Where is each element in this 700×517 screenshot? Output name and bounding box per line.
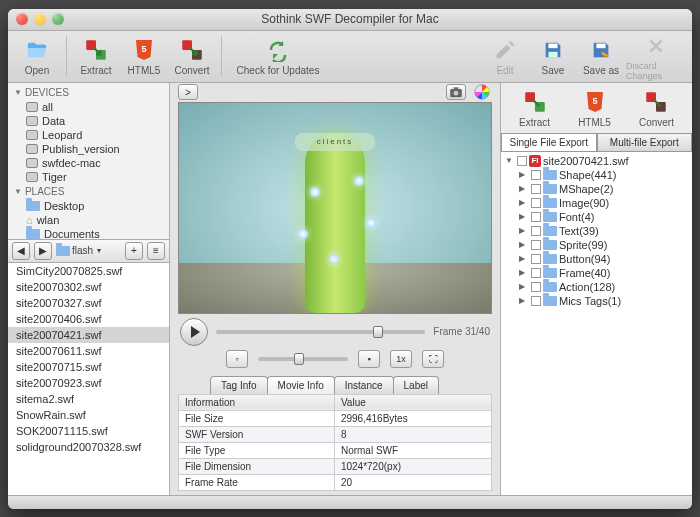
device-item[interactable]: Tiger [8, 170, 169, 184]
convert-icon [642, 88, 670, 116]
tab-label[interactable]: Label [393, 376, 439, 394]
folder-open-icon [23, 36, 51, 64]
home-icon: ⌂ [26, 214, 33, 226]
file-row[interactable]: site20070302.swf [8, 279, 169, 295]
tree-node[interactable]: ▶Frame(40) [517, 266, 690, 280]
file-row[interactable]: site20070327.swf [8, 295, 169, 311]
tab-multi-export[interactable]: Multi-file Export [597, 133, 693, 151]
place-item[interactable]: ⌂wlan [8, 213, 169, 227]
device-item[interactable]: Data [8, 114, 169, 128]
add-button[interactable]: + [125, 242, 143, 260]
discard-button[interactable]: Discard Changes [626, 32, 686, 81]
checkbox[interactable] [531, 212, 541, 222]
color-wheel-icon[interactable] [472, 84, 492, 100]
svg-text:5: 5 [141, 44, 146, 54]
device-item[interactable]: Publish_version [8, 142, 169, 156]
breadcrumb-folder[interactable]: flash▾ [56, 245, 101, 256]
file-list[interactable]: SimCity20070825.swfsite20070302.swfsite2… [8, 263, 169, 495]
save-button[interactable]: Save [530, 36, 576, 76]
tree-node[interactable]: ▶Action(128) [517, 280, 690, 294]
checkbox[interactable] [531, 226, 541, 236]
minimize-button[interactable] [34, 13, 46, 25]
checkbox[interactable] [531, 240, 541, 250]
file-row[interactable]: site20070715.swf [8, 359, 169, 375]
device-item[interactable]: swfdec-mac [8, 156, 169, 170]
tree-root[interactable]: ▼ Fl site20070421.swf [503, 154, 690, 168]
frame-slider[interactable] [216, 330, 425, 334]
file-row[interactable]: site20070421.swf [8, 327, 169, 343]
drive-icon [26, 102, 38, 112]
html5-icon: 5 [130, 36, 158, 64]
tree-node[interactable]: ▶Image(90) [517, 196, 690, 210]
tree-node[interactable]: ▶Sprite(99) [517, 238, 690, 252]
preview-eject-button[interactable]: > [178, 84, 198, 100]
zoom-button[interactable] [52, 13, 64, 25]
place-item[interactable]: Documents [8, 227, 169, 239]
checkbox[interactable] [531, 170, 541, 180]
tab-instance[interactable]: Instance [334, 376, 394, 394]
file-row[interactable]: site20070406.swf [8, 311, 169, 327]
device-item[interactable]: all [8, 100, 169, 114]
checkbox[interactable] [531, 254, 541, 264]
edit-button[interactable]: Edit [482, 36, 528, 76]
devices-header[interactable]: DEVICES [8, 85, 169, 100]
check-updates-button[interactable]: Check for Updates [228, 36, 328, 76]
save-as-button[interactable]: Save as [578, 36, 624, 76]
place-item[interactable]: Desktop [8, 199, 169, 213]
zoom-out-icon[interactable]: ▫ [226, 350, 248, 368]
tab-movie-info[interactable]: Movie Info [267, 376, 335, 394]
device-item[interactable]: Leopard [8, 128, 169, 142]
play-button[interactable] [180, 318, 208, 346]
devices-panel: DEVICES allDataLeopardPublish_versionswf… [8, 83, 169, 239]
tree-node[interactable]: ▶Shape(441) [517, 168, 690, 182]
save-as-icon [587, 36, 615, 64]
col-value: Value [334, 394, 491, 410]
drive-icon [26, 144, 38, 154]
close-button[interactable] [16, 13, 28, 25]
rp-extract-button[interactable]: Extract [519, 88, 550, 128]
tab-tag-info[interactable]: Tag Info [210, 376, 268, 394]
nav-back-button[interactable]: ◀ [12, 242, 30, 260]
open-button[interactable]: Open [14, 36, 60, 76]
extract-button[interactable]: Extract [73, 36, 119, 76]
file-row[interactable]: solidground20070328.swf [8, 439, 169, 455]
folder-icon [543, 282, 557, 292]
resource-tree[interactable]: ▼ Fl site20070421.swf ▶Shape(441)▶MShape… [501, 152, 692, 495]
tab-single-export[interactable]: Single File Export [501, 133, 597, 151]
traffic-lights [16, 13, 64, 25]
file-row[interactable]: SOK20071115.swf [8, 423, 169, 439]
tree-node[interactable]: ▶Font(4) [517, 210, 690, 224]
col-information: Information [179, 394, 335, 410]
tree-node[interactable]: ▶Mics Tags(1) [517, 294, 690, 308]
file-row[interactable]: sitema2.swf [8, 391, 169, 407]
zoom-slider[interactable] [258, 357, 348, 361]
rp-html5-button[interactable]: 5 HTML5 [578, 88, 611, 128]
list-button[interactable]: ≡ [147, 242, 165, 260]
nav-forward-button[interactable]: ▶ [34, 242, 52, 260]
zoom-reset-button[interactable]: 1x [390, 350, 412, 368]
convert-button[interactable]: Convert [169, 36, 215, 76]
checkbox[interactable] [531, 282, 541, 292]
folder-icon [26, 201, 40, 211]
center-pane: > clients Frame 31/40 [170, 83, 500, 495]
tree-node[interactable]: ▶MShape(2) [517, 182, 690, 196]
fullscreen-button[interactable]: ⛶ [422, 350, 444, 368]
file-row[interactable]: site20070923.swf [8, 375, 169, 391]
rp-convert-button[interactable]: Convert [639, 88, 674, 128]
file-row[interactable]: SimCity20070825.swf [8, 263, 169, 279]
pencil-icon [491, 36, 519, 64]
places-header[interactable]: PLACES [8, 184, 169, 199]
html5-button[interactable]: 5 HTML5 [121, 36, 167, 76]
checkbox[interactable] [531, 184, 541, 194]
folder-icon [543, 254, 557, 264]
checkbox[interactable] [531, 198, 541, 208]
checkbox[interactable] [531, 268, 541, 278]
zoom-in-icon[interactable]: ▪ [358, 350, 380, 368]
camera-icon[interactable] [446, 84, 466, 100]
checkbox[interactable] [531, 296, 541, 306]
file-row[interactable]: site20070611.swf [8, 343, 169, 359]
file-row[interactable]: SnowRain.swf [8, 407, 169, 423]
tree-node[interactable]: ▶Text(39) [517, 224, 690, 238]
table-row: File Size2996,416Bytes [179, 410, 492, 426]
tree-node[interactable]: ▶Button(94) [517, 252, 690, 266]
